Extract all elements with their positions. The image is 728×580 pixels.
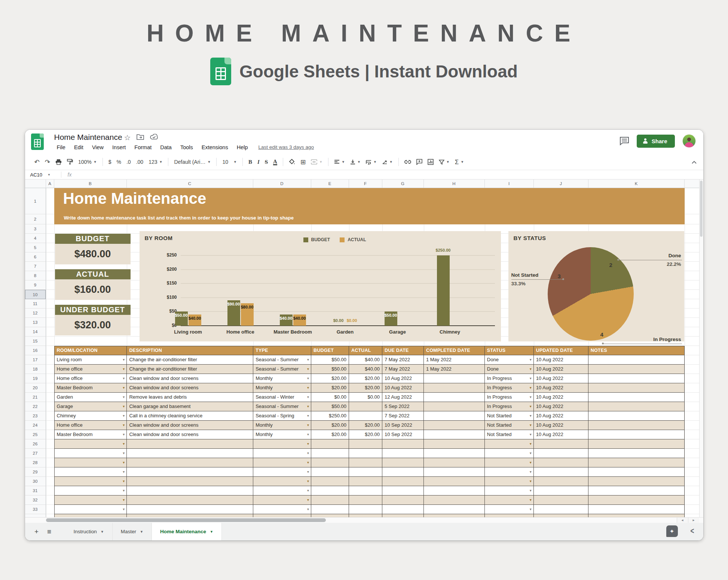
cell-empty-row-27-col9[interactable] xyxy=(588,449,685,458)
text-rotation-menu[interactable]: ▼ xyxy=(379,157,395,166)
cell-empty-row-31-col3[interactable] xyxy=(311,486,349,495)
cell-empty-row-30-col0[interactable]: ▾ xyxy=(55,477,127,486)
cell-empty-row-26-col3[interactable] xyxy=(311,439,349,449)
cell-empty-row-33-col0[interactable]: ▾ xyxy=(55,505,127,514)
bold-button[interactable]: B xyxy=(246,157,255,167)
dropdown-arrow-icon[interactable]: ▾ xyxy=(123,355,125,364)
dropdown-arrow-icon[interactable]: ▾ xyxy=(307,383,309,392)
row-header-32[interactable]: 32 xyxy=(25,495,46,505)
row-header-30[interactable]: 30 xyxy=(25,477,46,486)
font-size-select[interactable]: 10▼ xyxy=(220,157,239,167)
cell-task-row-24-col4[interactable]: $20.00 xyxy=(349,421,382,430)
dropdown-arrow-icon[interactable]: ▾ xyxy=(530,421,532,429)
cell-empty-row-26-col6[interactable] xyxy=(424,439,485,449)
collapse-panel-icon[interactable]: < xyxy=(691,526,694,536)
cell-task-row-18-col7[interactable]: Done▾ xyxy=(485,365,534,374)
dropdown-arrow-icon[interactable]: ▾ xyxy=(307,477,309,485)
cell-empty-row-33-col6[interactable] xyxy=(424,505,485,514)
column-header-B[interactable]: B xyxy=(54,179,127,188)
menu-tools[interactable]: Tools xyxy=(177,143,196,151)
row-header-26[interactable]: 26 xyxy=(25,439,46,449)
table-header-budget[interactable]: BUDGET xyxy=(311,346,349,355)
dropdown-arrow-icon[interactable]: ▾ xyxy=(530,365,532,373)
vertical-scrollbar-thumb[interactable] xyxy=(700,181,703,237)
row-header-29[interactable]: 29 xyxy=(25,467,46,477)
horizontal-align-menu[interactable]: ▼ xyxy=(331,158,348,166)
cell-empty-row-26-col5[interactable] xyxy=(382,439,424,449)
all-sheets-icon[interactable]: ≡ xyxy=(43,523,56,540)
table-header-description[interactable]: DESCRIPTION xyxy=(127,346,253,355)
dropdown-arrow-icon[interactable]: ▾ xyxy=(123,495,125,504)
cell-empty-row-28-col5[interactable] xyxy=(382,458,424,467)
row-header-2[interactable]: 2 xyxy=(25,214,46,224)
dropdown-arrow-icon[interactable]: ▾ xyxy=(307,411,309,420)
fill-color-icon[interactable] xyxy=(286,157,298,167)
cell-task-row-21-col5[interactable]: 12 Aug 2022 xyxy=(382,393,424,402)
table-header-updated-date[interactable]: UPDATED DATE xyxy=(534,346,588,355)
dropdown-arrow-icon[interactable]: ▾ xyxy=(123,439,125,448)
paint-format-icon[interactable] xyxy=(64,157,76,167)
cell-task-row-21-col9[interactable] xyxy=(588,393,685,402)
row-header-3[interactable]: 3 xyxy=(25,224,46,234)
merge-cells-icon[interactable]: ▼ xyxy=(308,157,325,166)
cell-empty-row-31-col6[interactable] xyxy=(424,486,485,495)
cell-task-row-21-col7[interactable]: In Progress▾ xyxy=(485,393,534,402)
print-icon[interactable] xyxy=(53,157,64,167)
cell-empty-row-26-col7[interactable]: ▾ xyxy=(485,439,534,449)
cell-empty-row-33-col4[interactable] xyxy=(349,505,382,514)
cell-empty-row-28-col1[interactable] xyxy=(127,458,253,467)
cell-empty-row-34-col9[interactable] xyxy=(588,514,685,517)
dropdown-arrow-icon[interactable]: ▾ xyxy=(530,458,532,467)
budget-card[interactable]: BUDGET $480.00 xyxy=(55,234,131,264)
horizontal-scrollbar-thumb[interactable] xyxy=(46,518,326,522)
dropdown-arrow-icon[interactable]: ▾ xyxy=(307,355,309,364)
dropdown-arrow-icon[interactable]: ▾ xyxy=(123,383,125,392)
cell-empty-row-28-col2[interactable]: ▾ xyxy=(253,458,311,467)
cloud-status-icon[interactable] xyxy=(150,134,158,141)
dropdown-arrow-icon[interactable]: ▾ xyxy=(307,467,309,476)
cell-empty-row-27-col7[interactable]: ▾ xyxy=(485,449,534,458)
cell-task-row-23-col0[interactable]: Chimney▾ xyxy=(55,411,127,421)
cell-task-row-22-col4[interactable] xyxy=(349,402,382,411)
cell-empty-row-32-col4[interactable] xyxy=(349,495,382,505)
cell-task-row-17-col2[interactable]: Seasonal - Summer▾ xyxy=(253,355,311,365)
cell-empty-row-34-col8[interactable] xyxy=(534,514,588,517)
cell-empty-row-28-col8[interactable] xyxy=(534,458,588,467)
dropdown-arrow-icon[interactable]: ▾ xyxy=(530,411,532,420)
cell-empty-row-31-col1[interactable] xyxy=(127,486,253,495)
cell-empty-row-28-col3[interactable] xyxy=(311,458,349,467)
dropdown-arrow-icon[interactable]: ▾ xyxy=(530,477,532,485)
row-header-6[interactable]: 6 xyxy=(25,252,46,262)
cell-empty-row-27-col1[interactable] xyxy=(127,449,253,458)
cell-task-row-25-col4[interactable]: $20.00 xyxy=(349,430,382,439)
share-button[interactable]: Share xyxy=(637,135,675,148)
row-header-5[interactable]: 5 xyxy=(25,243,46,252)
cell-empty-row-34-col3[interactable] xyxy=(311,514,349,517)
comments-icon[interactable] xyxy=(620,136,629,145)
dropdown-arrow-icon[interactable]: ▾ xyxy=(123,505,125,513)
document-title[interactable]: Home Maintenance xyxy=(54,133,122,142)
cell-task-row-25-col6[interactable] xyxy=(424,430,485,439)
cell-empty-row-30-col3[interactable] xyxy=(311,477,349,486)
cell-empty-row-32-col1[interactable] xyxy=(127,495,253,505)
cell-empty-row-27-col5[interactable] xyxy=(382,449,424,458)
cell-task-row-25-col0[interactable]: Master Bedroom▾ xyxy=(55,430,127,439)
cell-empty-row-28-col9[interactable] xyxy=(588,458,685,467)
cell-empty-row-29-col3[interactable] xyxy=(311,467,349,477)
cell-task-row-20-col4[interactable]: $20.00 xyxy=(349,383,382,393)
dropdown-arrow-icon[interactable]: ▾ xyxy=(307,402,309,411)
cell-task-row-20-col5[interactable]: 10 Aug 2022 xyxy=(382,383,424,393)
cell-empty-row-34-col6[interactable] xyxy=(424,514,485,517)
cell-task-row-20-col9[interactable] xyxy=(588,383,685,393)
dropdown-arrow-icon[interactable]: ▾ xyxy=(123,421,125,429)
star-icon[interactable]: ☆ xyxy=(124,133,131,142)
cell-task-row-18-col3[interactable]: $50.00 xyxy=(311,365,349,374)
row-header-24[interactable]: 24 xyxy=(25,421,46,430)
tab-menu-icon[interactable]: ▼ xyxy=(140,530,143,534)
cell-task-row-20-col7[interactable]: In Progress▾ xyxy=(485,383,534,393)
dropdown-arrow-icon[interactable]: ▾ xyxy=(307,439,309,448)
dropdown-arrow-icon[interactable]: ▾ xyxy=(123,467,125,476)
table-header-status[interactable]: STATUS xyxy=(485,346,534,355)
insert-comment-icon[interactable] xyxy=(414,157,425,167)
under-budget-card[interactable]: UNDER BUDGET $320.00 xyxy=(55,305,131,335)
